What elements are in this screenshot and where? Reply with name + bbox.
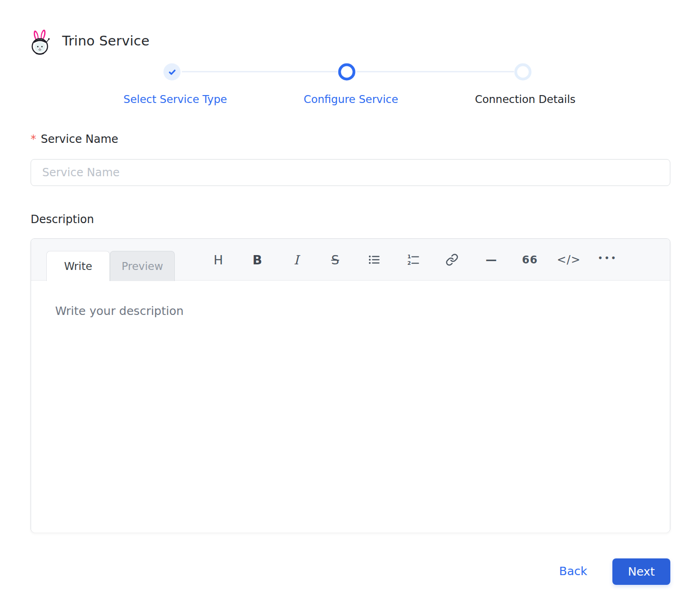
tab-write[interactable]: Write: [46, 251, 110, 281]
strikethrough-icon: S: [331, 253, 339, 267]
more-button[interactable]: •••: [588, 239, 627, 281]
link-icon: [445, 253, 458, 266]
tab-preview[interactable]: Preview: [110, 251, 175, 281]
editor-toolbar: Write Preview H B I S: [31, 239, 670, 281]
heading-icon: H: [214, 253, 223, 267]
next-button[interactable]: Next: [612, 558, 670, 585]
configure-service-page: Trino Service Select Service Type Config…: [0, 0, 700, 615]
strikethrough-button[interactable]: S: [316, 239, 355, 281]
svg-text:2: 2: [407, 260, 411, 266]
bold-icon: B: [253, 253, 262, 267]
toolbar-icons: H B I S: [199, 239, 627, 281]
numbered-list-icon: 1 2: [407, 253, 420, 266]
code-button[interactable]: </>: [549, 239, 588, 281]
description-textarea[interactable]: [31, 281, 670, 532]
step-label-select-service-type: Select Service Type: [123, 93, 227, 105]
svg-text:1: 1: [407, 254, 411, 260]
required-asterisk: *: [31, 133, 36, 146]
horizontal-rule-button[interactable]: —: [471, 239, 510, 281]
heading-button[interactable]: H: [199, 239, 238, 281]
bullet-list-button[interactable]: [355, 239, 394, 281]
description-editor: Write Preview H B I S: [31, 238, 670, 532]
bold-button[interactable]: B: [238, 239, 277, 281]
check-icon: [167, 67, 177, 77]
code-icon: </>: [557, 253, 580, 266]
italic-icon: I: [294, 253, 299, 267]
link-button[interactable]: [433, 239, 471, 281]
page-title: Trino Service: [62, 33, 150, 49]
stepper-connector: [182, 71, 337, 72]
back-button[interactable]: Back: [559, 564, 587, 578]
horizontal-rule-icon: —: [486, 253, 496, 266]
service-name-label-text: Service Name: [41, 133, 118, 146]
service-name-input[interactable]: [31, 159, 670, 186]
description-label: Description: [31, 213, 94, 226]
step-label-configure-service: Configure Service: [304, 93, 398, 105]
step-indicator-connection-details: [515, 64, 532, 81]
step-label-connection-details: Connection Details: [475, 93, 575, 105]
italic-button[interactable]: I: [277, 239, 316, 281]
step-indicator-select-service-type: [164, 64, 181, 81]
service-name-label: *Service Name: [31, 133, 118, 146]
stepper-connector: [356, 71, 514, 72]
numbered-list-button[interactable]: 1 2: [394, 239, 433, 281]
step-indicator-configure-service: [338, 64, 356, 81]
quote-button[interactable]: 66: [510, 239, 549, 281]
bullet-list-icon: [368, 253, 381, 266]
ellipsis-icon: •••: [598, 254, 618, 266]
trino-bunny-logo: [29, 30, 52, 56]
quote-icon: 66: [522, 254, 538, 266]
